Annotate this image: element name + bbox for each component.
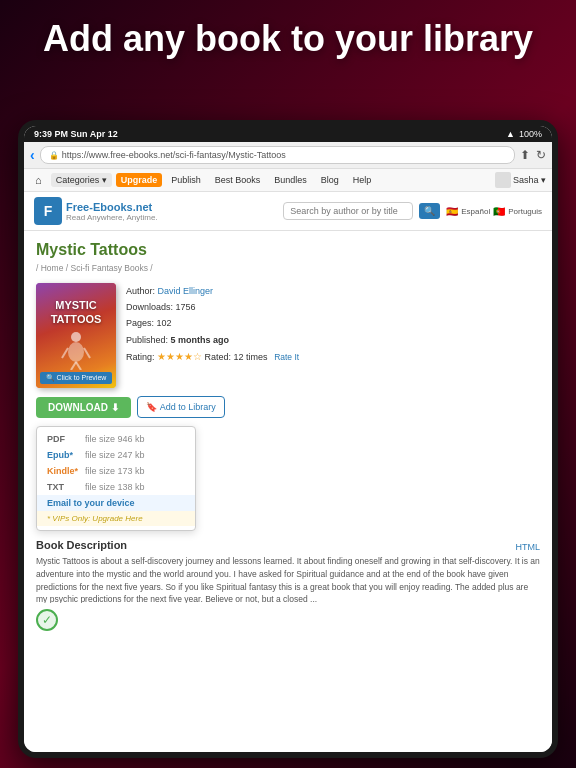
published-value: 5 months ago: [171, 335, 230, 345]
format-label-epub: Epub*: [47, 450, 79, 460]
svg-line-2: [62, 348, 68, 358]
search-button[interactable]: 🔍: [419, 203, 440, 219]
nav-home[interactable]: ⌂: [30, 172, 47, 188]
pages-value: 102: [157, 318, 172, 328]
flag-spain: 🇪🇸: [446, 206, 458, 217]
desc-text: Mystic Tattoos is about a self-discovery…: [36, 555, 540, 603]
format-txt[interactable]: TXT file size 138 kb: [37, 479, 195, 495]
nav-help[interactable]: Help: [348, 173, 377, 187]
search-input[interactable]: [283, 202, 413, 220]
share-icon[interactable]: ⬆: [520, 148, 530, 162]
site-nav: ⌂ Categories ▾ Upgrade Publish Best Book…: [24, 169, 552, 192]
hero-section: Add any book to your library: [0, 0, 576, 69]
book-section: MYSTIC TATTOOS 🔍 Click to Preview: [36, 283, 540, 388]
format-label-kindle: Kindle*: [47, 466, 79, 476]
site-header: F Free-Ebooks.net Read Anywhere, Anytime…: [24, 192, 552, 231]
status-bar: 9:39 PM Sun Apr 12 ▲ 100%: [24, 126, 552, 142]
book-description: Book Description HTML Mystic Tattoos is …: [36, 539, 540, 603]
downloads-row: Downloads: 1756: [126, 299, 540, 315]
nav-publish[interactable]: Publish: [166, 173, 206, 187]
logo-main: Free-Ebooks.net: [66, 201, 158, 213]
html-link[interactable]: HTML: [516, 542, 541, 552]
format-size-epub: file size 247 kb: [85, 450, 145, 460]
svg-point-0: [71, 332, 81, 342]
format-vip[interactable]: * VIPs Only: Upgrade Here: [37, 511, 195, 526]
author-label: Author:: [126, 286, 155, 296]
format-pdf[interactable]: PDF file size 946 kb: [37, 431, 195, 447]
rating-row: Rating: ★★★★☆ Rated: 12 times Rate It: [126, 348, 540, 366]
action-buttons: DOWNLOAD ⬇ 🔖 Add to Library: [36, 396, 540, 418]
page-title: Mystic Tattoos: [36, 241, 540, 259]
page-content: Mystic Tattoos / Home / Sci-fi Fantasy B…: [24, 231, 552, 752]
lang-flags: 🇪🇸 Español 🇵🇹 Portuguis: [446, 206, 542, 217]
svg-line-5: [76, 362, 81, 370]
format-epub[interactable]: Epub* file size 247 kb: [37, 447, 195, 463]
url-bar[interactable]: 🔒 https://www.free-ebooks.net/sci-fi-fan…: [40, 146, 515, 164]
nav-blog[interactable]: Blog: [316, 173, 344, 187]
rating-label: Rating:: [126, 352, 155, 362]
downloads-value: 1756: [176, 302, 196, 312]
svg-line-3: [84, 348, 90, 358]
user-avatar: [495, 172, 511, 188]
stars: ★★★★☆: [157, 351, 202, 362]
refresh-icon[interactable]: ↻: [536, 148, 546, 162]
author-row: Author: David Ellinger: [126, 283, 540, 299]
nav-bundles[interactable]: Bundles: [269, 173, 312, 187]
logo-text-wrap: Free-Ebooks.net Read Anywhere, Anytime.: [66, 201, 158, 222]
status-icons: ▲ 100%: [506, 129, 542, 139]
nav-best-books[interactable]: Best Books: [210, 173, 266, 187]
download-button[interactable]: DOWNLOAD ⬇: [36, 397, 131, 418]
device-frame: 9:39 PM Sun Apr 12 ▲ 100% ‹ 🔒 https://ww…: [18, 120, 558, 758]
lock-icon: 🔒: [49, 151, 59, 160]
preview-button[interactable]: 🔍 Click to Preview: [40, 372, 112, 384]
wifi-icon: ▲: [506, 129, 515, 139]
format-label-vip: * VIPs Only: Upgrade Here: [47, 514, 143, 523]
pages-row: Pages: 102: [126, 315, 540, 331]
format-size-pdf: file size 946 kb: [85, 434, 145, 444]
nav-categories[interactable]: Categories ▾: [51, 173, 112, 187]
format-label-pdf: PDF: [47, 434, 79, 444]
user-name: Sasha ▾: [513, 175, 546, 185]
format-label-email: Email to your device: [47, 498, 135, 508]
format-kindle[interactable]: Kindle* file size 173 kb: [37, 463, 195, 479]
rated-label: Rated:: [205, 352, 232, 362]
status-time: 9:39 PM Sun Apr 12: [34, 129, 118, 139]
rate-it-link[interactable]: Rate It: [274, 352, 299, 362]
desc-header: Book Description: [36, 539, 127, 551]
back-button[interactable]: ‹: [30, 147, 35, 163]
lang-portuguese[interactable]: Portuguis: [508, 207, 542, 216]
format-email[interactable]: Email to your device: [37, 495, 195, 511]
device-screen: 9:39 PM Sun Apr 12 ▲ 100% ‹ 🔒 https://ww…: [24, 126, 552, 752]
svg-point-1: [68, 342, 84, 362]
browser-bar: ‹ 🔒 https://www.free-ebooks.net/sci-fi-f…: [24, 142, 552, 169]
book-meta: Author: David Ellinger Downloads: 1756 P…: [126, 283, 540, 388]
search-area: 🔍 🇪🇸 Español 🇵🇹 Portuguis: [283, 202, 542, 220]
breadcrumb: / Home / Sci-fi Fantasy Books /: [36, 263, 540, 273]
format-label-txt: TXT: [47, 482, 79, 492]
format-size-txt: file size 138 kb: [85, 482, 145, 492]
figure-icon: [61, 330, 91, 370]
pages-label: Pages:: [126, 318, 154, 328]
library-button-label: Add to Library: [160, 402, 216, 412]
published-row: Published: 5 months ago: [126, 332, 540, 348]
lang-spanish[interactable]: Español: [461, 207, 490, 216]
nav-upgrade[interactable]: Upgrade: [116, 173, 163, 187]
url-text: https://www.free-ebooks.net/sci-fi-fanta…: [62, 150, 286, 160]
logo-icon: F: [34, 197, 62, 225]
format-size-kindle: file size 173 kb: [85, 466, 145, 476]
book-cover: MYSTIC TATTOOS 🔍 Click to Preview: [36, 283, 116, 388]
nav-user[interactable]: Sasha ▾: [495, 172, 546, 188]
norton-circle: ✓: [36, 609, 58, 631]
browser-actions: ⬆ ↻: [520, 148, 546, 162]
library-button[interactable]: 🔖 Add to Library: [137, 396, 225, 418]
rated-value: 12 times: [234, 352, 268, 362]
book-cover-figure: [61, 330, 91, 372]
bookmark-icon: 🔖: [146, 402, 157, 412]
svg-line-4: [71, 362, 76, 370]
author-name[interactable]: David Ellinger: [158, 286, 214, 296]
hero-title: Add any book to your library: [30, 18, 546, 59]
battery-icon: 100%: [519, 129, 542, 139]
book-cover-title: MYSTIC TATTOOS: [36, 299, 116, 325]
flag-portugal: 🇵🇹: [493, 206, 505, 217]
norton-badge: ✓: [36, 609, 540, 631]
